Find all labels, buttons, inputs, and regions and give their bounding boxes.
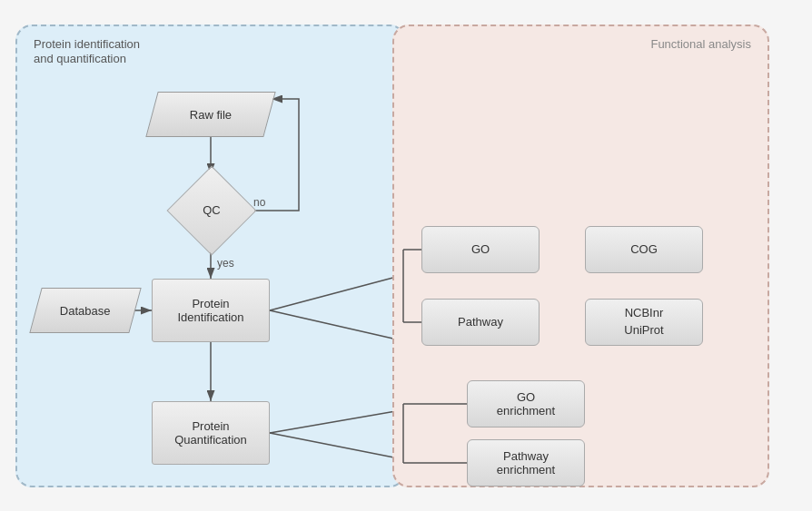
right-panel-label: Functional analysis <box>650 37 751 51</box>
right-panel: Functional analysis GO COG Pathway NCBIn… <box>392 25 769 487</box>
left-panel-label: Protein identification and quantificatio… <box>34 37 140 68</box>
raw-file-shape: Raw file <box>152 92 270 137</box>
left-panel: Protein identification and quantificatio… <box>15 25 406 487</box>
qc-diamond: QC <box>175 174 248 247</box>
svg-text:no: no <box>253 196 266 209</box>
diagram-wrapper: Protein identification and quantificatio… <box>15 15 797 496</box>
database-shape: Database <box>35 288 135 333</box>
svg-text:yes: yes <box>217 257 234 270</box>
